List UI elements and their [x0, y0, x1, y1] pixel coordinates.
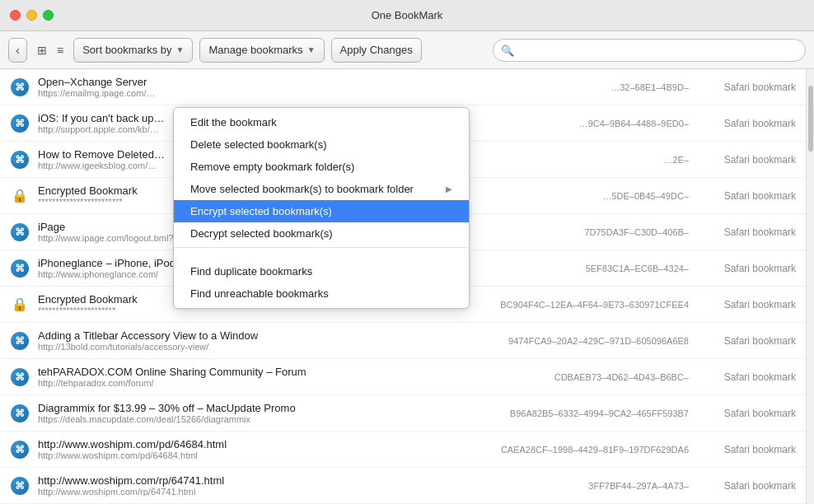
dropdown-separator	[174, 247, 469, 248]
scrollbar-thumb[interactable]	[808, 86, 813, 152]
bookmark-type: Safari bookmark	[705, 299, 796, 310]
bookmark-info: http://www.woshipm.com/rp/64741.htmlhttp…	[38, 474, 572, 497]
view-toggle: ⊞ ≡	[34, 42, 67, 58]
dropdown-item-label: Find unreachable bookmarks	[190, 287, 329, 300]
list-item[interactable]: ⌘tehPARADOX.COM Online Sharing Community…	[0, 359, 806, 395]
bookmark-info: Adding a Titlebar Accessory View to a Wi…	[38, 329, 492, 352]
manage-bookmarks-dropdown[interactable]: Edit the bookmarkDelete selected bookmar…	[173, 107, 470, 309]
bookmark-type: Safari bookmark	[705, 444, 796, 455]
bookmark-uuid: …5DE–0B45–49DC–	[602, 191, 689, 201]
bookmark-title: tehPARADOX.COM Online Sharing Community …	[38, 366, 538, 378]
bookmark-title: http://www.woshipm.com/rp/64741.html	[38, 474, 572, 487]
bookmark-url: https://emailmg.ipage.com/…	[38, 88, 594, 98]
lock-icon: 🔒	[10, 186, 30, 206]
bookmark-title: http://www.woshipm.com/pd/64684.html	[38, 438, 484, 450]
submenu-arrow-icon: ▶	[446, 184, 452, 194]
safari-icon: ⌘	[10, 77, 30, 97]
bookmark-uuid: 3FF7BF44–297A–4A73–	[588, 481, 689, 491]
bookmark-type: Safari bookmark	[705, 154, 796, 166]
search-icon: 🔍	[501, 44, 514, 56]
dropdown-item[interactable]: Find unreachable bookmarks	[174, 282, 469, 305]
bookmark-uuid: CDBAEB73–4D62–4D43–B6BC–	[554, 372, 689, 382]
apply-label: Apply Changes	[340, 44, 413, 56]
bookmark-uuid: 7D75DA3F–C30D–406B–	[584, 227, 689, 237]
bookmark-uuid: …32–68E1–4B9D–	[610, 82, 689, 92]
bookmark-url: http://www.woshipm.com/rp/64741.html	[38, 487, 572, 497]
traffic-lights	[10, 10, 54, 21]
bookmark-type: Safari bookmark	[705, 118, 796, 129]
manage-bookmarks-button[interactable]: Manage bookmarks ▼	[199, 38, 324, 63]
safari-icon: ⌘	[10, 150, 30, 170]
apply-changes-button[interactable]: Apply Changes	[331, 38, 422, 63]
sort-arrow-icon: ▼	[176, 45, 185, 54]
back-button[interactable]: ‹	[8, 38, 27, 63]
bookmark-type: Safari bookmark	[705, 408, 796, 419]
dropdown-item[interactable]	[174, 250, 469, 260]
close-button[interactable]	[10, 10, 21, 21]
list-item[interactable]: ⌘Open–Xchange Serverhttps://emailmg.ipag…	[0, 69, 806, 105]
list-view-button[interactable]: ≡	[54, 42, 67, 58]
dropdown-item-label: Edit the bookmark	[190, 116, 277, 128]
bookmark-uuid: …2E–	[663, 155, 689, 165]
main-content: ⌘Open–Xchange Serverhttps://emailmg.ipag…	[0, 69, 814, 504]
dropdown-item[interactable]: Encrypt selected bookmark(s)	[174, 200, 469, 222]
search-container: 🔍	[493, 39, 806, 62]
safari-icon: ⌘	[10, 114, 30, 133]
bookmark-uuid: CAEA28CF–1998–4429–81F9–197DF629DA6	[501, 445, 689, 455]
dropdown-item[interactable]: Move selected bookmark(s) to bookmark fo…	[174, 178, 469, 200]
bookmark-info: Open–Xchange Serverhttps://emailmg.ipage…	[38, 76, 594, 98]
bookmark-type: Safari bookmark	[705, 263, 796, 274]
lock-icon: 🔒	[10, 295, 30, 315]
bookmark-title: Diagrammix for $13.99 – 30% off – MacUpd…	[38, 402, 494, 414]
bookmark-type: Safari bookmark	[705, 190, 796, 202]
dropdown-item-label: Encrypt selected bookmark(s)	[190, 205, 332, 217]
scrollbar[interactable]	[806, 69, 814, 504]
dropdown-item-label: Decrypt selected bookmark(s)	[190, 227, 333, 240]
minimize-button[interactable]	[26, 10, 37, 21]
dropdown-item-label: Find duplicate bookmarks	[190, 265, 312, 278]
chevron-left-icon: ‹	[16, 43, 20, 57]
dropdown-item-label: Remove empty bookmark folder(s)	[190, 161, 354, 173]
dropdown-item[interactable]: Edit the bookmark	[174, 111, 469, 133]
bookmark-uuid: B96A82B5–6332–4994–9CA2–465FF593B7	[510, 408, 689, 418]
bookmark-title: Open–Xchange Server	[38, 76, 594, 88]
bookmark-title: Adding a Titlebar Accessory View to a Wi…	[38, 329, 492, 342]
safari-icon: ⌘	[10, 259, 30, 278]
bookmark-url: http://13bold.com/tutorials/accessory-vi…	[38, 342, 492, 352]
list-item[interactable]: ⌘Diagrammix for $13.99 – 30% off – MacUp…	[0, 395, 806, 432]
grid-view-button[interactable]: ⊞	[34, 42, 50, 58]
bookmark-uuid: 5EF83C1A–EC6B–4324–	[586, 264, 689, 273]
bookmark-type: Safari bookmark	[705, 480, 796, 492]
search-input[interactable]	[493, 39, 806, 62]
dropdown-item[interactable]: Remove empty bookmark folder(s)	[174, 156, 469, 178]
safari-icon: ⌘	[10, 331, 30, 351]
list-item[interactable]: ⌘http://www.woshipm.com/pd/64684.htmlhtt…	[0, 432, 806, 468]
dropdown-item-label: Move selected bookmark(s) to bookmark fo…	[190, 183, 414, 195]
list-item[interactable]: ⌘Adding a Titlebar Accessory View to a W…	[0, 323, 806, 359]
bookmark-uuid: 9474FCA9–20A2–429C–971D–605096A6E8	[508, 336, 689, 346]
dropdown-item[interactable]: Decrypt selected bookmark(s)	[174, 222, 469, 245]
title-bar: One BookMark	[0, 0, 814, 31]
manage-label: Manage bookmarks	[208, 44, 302, 56]
dropdown-item-label: Delete selected bookmark(s)	[190, 138, 326, 151]
bookmark-url: https://deals.macupdate.com/deal/15266/d…	[38, 414, 494, 424]
safari-icon: ⌘	[10, 367, 30, 387]
bookmark-url: http://tehparadox.com/forum/	[38, 378, 538, 388]
sort-bookmarks-button[interactable]: Sort bookmarks by ▼	[73, 38, 193, 63]
safari-icon: ⌘	[10, 440, 30, 460]
window-title: One BookMark	[372, 9, 443, 21]
bookmark-info: Diagrammix for $13.99 – 30% off – MacUpd…	[38, 402, 494, 424]
bookmark-info: http://www.woshipm.com/pd/64684.htmlhttp…	[38, 438, 484, 460]
dropdown-item[interactable]: Find duplicate bookmarks	[174, 260, 469, 282]
bookmark-type: Safari bookmark	[705, 371, 796, 383]
list-item[interactable]: ⌘http://www.woshipm.com/rp/64741.htmlhtt…	[0, 468, 806, 504]
bookmark-type: Safari bookmark	[705, 82, 796, 93]
dropdown-item[interactable]: Delete selected bookmark(s)	[174, 133, 469, 156]
bookmark-type: Safari bookmark	[705, 335, 796, 347]
toolbar: ‹ ⊞ ≡ Sort bookmarks by ▼ Manage bookmar…	[0, 31, 814, 69]
bookmark-type: Safari bookmark	[705, 226, 796, 238]
sort-label: Sort bookmarks by	[82, 44, 171, 56]
bookmark-url: http://www.woshipm.com/pd/64684.html	[38, 450, 484, 460]
safari-icon: ⌘	[10, 222, 30, 242]
maximize-button[interactable]	[43, 10, 54, 21]
